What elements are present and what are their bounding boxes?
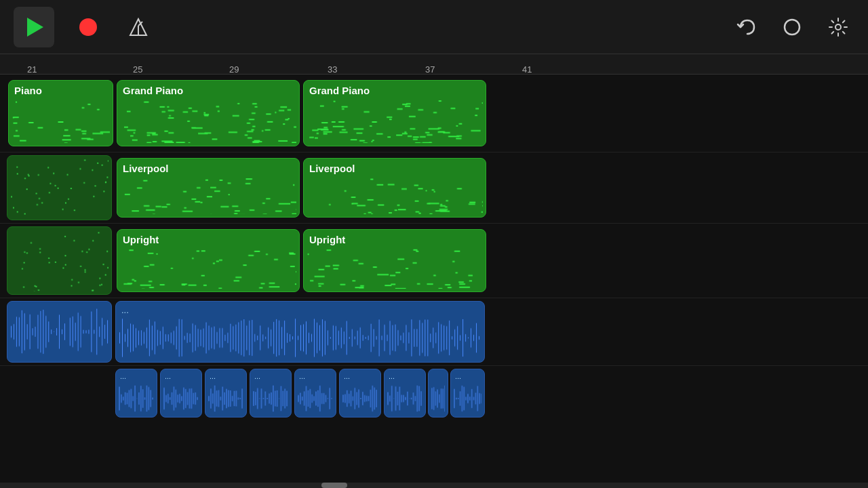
clip-liverpool-2-canvas bbox=[307, 178, 483, 214]
track-row-3: Upright Upright bbox=[0, 224, 868, 298]
clip-small-audio-1-label: ... bbox=[165, 372, 171, 380]
ruler-mark-37: 37 bbox=[425, 64, 435, 75]
clip-piano-canvas bbox=[12, 100, 110, 143]
clip-upright-1-canvas bbox=[120, 249, 296, 289]
clip-grand-piano-1-canvas bbox=[120, 100, 296, 143]
ruler-mark-41: 41 bbox=[522, 64, 532, 75]
track-row-2: Liverpool Liverpool bbox=[0, 152, 868, 224]
track-row-5: ........................ bbox=[0, 366, 868, 420]
clip-grand-piano-2-canvas bbox=[307, 100, 483, 143]
clip-small-audio-5[interactable]: ... bbox=[339, 369, 381, 418]
clip-small-audio-2[interactable]: ... bbox=[205, 369, 247, 418]
clip-small-audio-2-label: ... bbox=[210, 372, 216, 380]
scrollbar-thumb[interactable] bbox=[321, 483, 347, 488]
svg-point-4 bbox=[835, 24, 841, 30]
clip-piano[interactable]: Piano bbox=[8, 80, 113, 146]
clip-upright-1-label: Upright bbox=[123, 234, 159, 245]
play-button[interactable] bbox=[14, 7, 54, 47]
clip-small-audio-5-label: ... bbox=[344, 372, 350, 380]
settings-button[interactable] bbox=[822, 11, 854, 43]
svg-point-3 bbox=[785, 20, 800, 35]
ruler-mark-21: 21 bbox=[27, 64, 37, 75]
clip-small-audio-2-canvas bbox=[208, 383, 243, 414]
clip-liverpool-1-label: Liverpool bbox=[123, 163, 169, 174]
toolbar bbox=[0, 0, 868, 54]
horizontal-scrollbar[interactable] bbox=[0, 483, 868, 488]
clip-empty-2[interactable] bbox=[7, 155, 112, 220]
clip-empty-2-canvas bbox=[10, 159, 108, 217]
clip-empty-3-canvas bbox=[10, 230, 108, 291]
clip-small-audio-0-canvas bbox=[119, 383, 154, 414]
clip-small-audio-5-canvas bbox=[342, 383, 378, 414]
tracks-area: Piano Grand Piano Grand Piano Liverp bbox=[0, 75, 868, 488]
timeline-ruler: 21 25 29 33 37 41 bbox=[0, 54, 868, 75]
clip-small-audio-3-canvas bbox=[253, 383, 288, 414]
ruler-mark-29: 29 bbox=[229, 64, 239, 75]
clip-audio-wide-canvas bbox=[119, 317, 481, 359]
settings-icon bbox=[827, 16, 849, 38]
track-row-1: Piano Grand Piano Grand Piano bbox=[0, 75, 868, 152]
clip-audio-wide-label: ... bbox=[121, 305, 129, 315]
clip-empty-3[interactable] bbox=[7, 226, 112, 295]
clip-audio-wide[interactable]: ... bbox=[115, 301, 485, 363]
clip-upright-1[interactable]: Upright bbox=[117, 229, 300, 292]
clip-liverpool-2[interactable]: Liverpool bbox=[303, 158, 486, 218]
undo-button[interactable] bbox=[730, 11, 762, 43]
track-row-4: ... bbox=[0, 298, 868, 366]
clip-liverpool-1[interactable]: Liverpool bbox=[117, 158, 300, 218]
clip-grand-piano-2[interactable]: Grand Piano bbox=[303, 80, 486, 146]
clip-small-audio-4-canvas bbox=[298, 383, 333, 414]
metronome-icon bbox=[127, 16, 149, 38]
clip-small-audio-3[interactable]: ... bbox=[250, 369, 292, 418]
clip-small-audio-7[interactable] bbox=[428, 369, 448, 418]
clip-grand-piano-2-label: Grand Piano bbox=[309, 85, 370, 96]
clip-upright-2-canvas bbox=[307, 249, 483, 289]
clip-audio-left[interactable] bbox=[7, 301, 112, 363]
clip-small-audio-0-label: ... bbox=[120, 372, 126, 380]
clip-audio-left-canvas bbox=[10, 304, 108, 359]
clip-small-audio-1[interactable]: ... bbox=[160, 369, 202, 418]
clip-small-audio-6-label: ... bbox=[389, 372, 395, 380]
clip-small-audio-8-canvas bbox=[454, 383, 481, 414]
clip-upright-2[interactable]: Upright bbox=[303, 229, 486, 292]
clip-small-audio-6[interactable]: ... bbox=[384, 369, 426, 418]
loop-icon bbox=[781, 16, 803, 38]
ruler-mark-33: 33 bbox=[328, 64, 337, 75]
clip-small-audio-0[interactable]: ... bbox=[115, 369, 157, 418]
clip-piano-label: Piano bbox=[14, 85, 42, 96]
record-button[interactable] bbox=[68, 7, 108, 47]
play-icon bbox=[27, 18, 43, 37]
metronome-button[interactable] bbox=[122, 11, 155, 43]
loop-button[interactable] bbox=[776, 11, 808, 43]
clip-small-audio-8[interactable]: ... bbox=[450, 369, 485, 418]
clip-small-audio-4[interactable]: ... bbox=[294, 369, 336, 418]
undo-icon bbox=[735, 16, 757, 38]
clip-small-audio-8-label: ... bbox=[455, 372, 461, 380]
clip-small-audio-3-label: ... bbox=[254, 372, 260, 380]
record-icon bbox=[79, 18, 97, 36]
clip-upright-2-label: Upright bbox=[309, 234, 345, 245]
ruler-mark-25: 25 bbox=[133, 64, 142, 75]
clip-grand-piano-1-label: Grand Piano bbox=[123, 85, 183, 96]
clip-liverpool-2-label: Liverpool bbox=[309, 163, 355, 174]
clip-grand-piano-1[interactable]: Grand Piano bbox=[117, 80, 300, 146]
clip-small-audio-7-canvas bbox=[431, 383, 445, 414]
clip-small-audio-6-canvas bbox=[387, 383, 422, 414]
clip-small-audio-4-label: ... bbox=[299, 372, 305, 380]
clip-liverpool-1-canvas bbox=[120, 178, 296, 214]
clip-small-audio-1-canvas bbox=[163, 383, 199, 414]
